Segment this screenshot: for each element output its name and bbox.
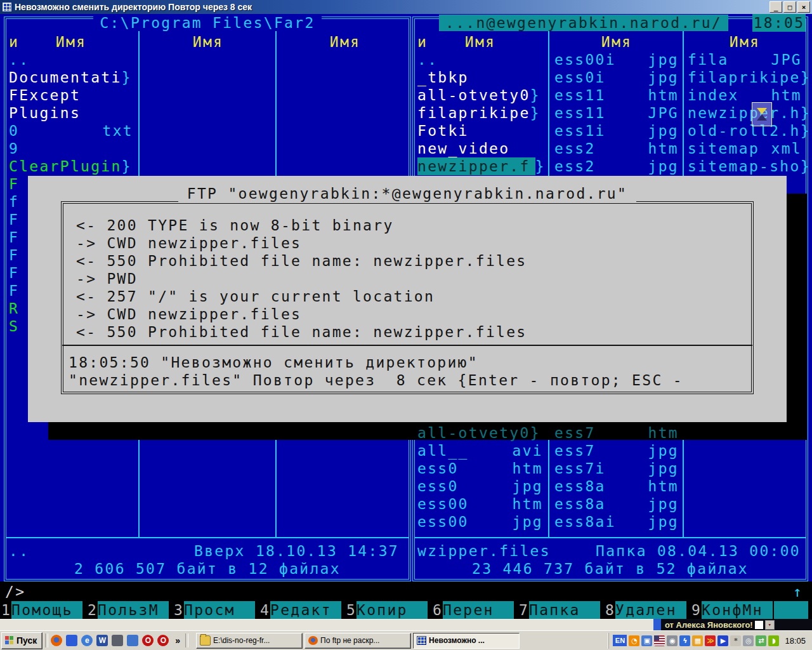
dialog-log-line: -> CWD newzipper.files <box>76 305 301 323</box>
word-icon[interactable]: W <box>96 635 108 646</box>
file-item[interactable]: ess00jpg <box>417 513 543 531</box>
file-item[interactable]: ess8aijpg <box>554 513 679 531</box>
taskbar-separator <box>45 633 48 647</box>
task-button-label: E:\dis-no-reg-fr... <box>213 636 270 645</box>
file-item[interactable]: filaprikipe} <box>417 104 543 122</box>
file-item[interactable]: new_video <box>417 140 543 157</box>
display-tray-icon[interactable]: ▦ <box>692 635 703 646</box>
file-item[interactable]: ess11JPG <box>554 104 679 122</box>
file-item[interactable]: ess0ijpg <box>554 69 679 86</box>
file-item[interactable]: old-roll2.h} <box>688 122 802 140</box>
file-item[interactable]: ess0htm <box>417 460 543 477</box>
right-panel-summary: 23 446 737 байт в 52 файлах <box>412 560 808 578</box>
left-panel-title[interactable]: C:\Program Files\Far2 <box>4 14 411 32</box>
file-item[interactable]: filaJPG <box>688 51 802 69</box>
overflow-chevron[interactable]: » <box>173 635 183 646</box>
far-window-icon <box>3 3 11 11</box>
tray-clock[interactable]: 18:05 <box>781 636 808 646</box>
file-item[interactable]: .. <box>417 51 543 69</box>
download-master-icon[interactable]: ≫ <box>705 635 716 646</box>
command-line[interactable]: /> <box>5 583 25 600</box>
fn-key-7[interactable]: Папка <box>529 601 600 619</box>
file-item[interactable]: ess0jpg <box>417 477 543 495</box>
opera-icon[interactable]: O <box>142 635 154 646</box>
fn-key-2[interactable]: ПользМ <box>98 601 169 619</box>
maximize-button[interactable]: □ <box>783 1 796 13</box>
orange-ring-icon[interactable]: ◔ <box>629 635 639 646</box>
volume-icon[interactable]: ◎ <box>743 635 754 646</box>
file-item[interactable]: newzipper.f} <box>417 157 543 175</box>
lightning-icon[interactable]: ϟ <box>679 635 690 646</box>
ie-icon[interactable]: e <box>81 635 93 646</box>
file-item[interactable]: 9 <box>9 140 133 157</box>
column-header: Имя <box>146 33 270 51</box>
file-item[interactable]: sitemapxml <box>688 140 802 157</box>
file-item[interactable]: ess1ijpg <box>554 122 679 140</box>
start-button[interactable]: Пуск <box>1 632 43 649</box>
ticker-minimize-button[interactable] <box>755 621 763 629</box>
nvidia-icon[interactable]: ◗ <box>768 635 779 646</box>
network-icon[interactable]: ▣ <box>641 635 652 646</box>
fn-key-8[interactable]: Удален <box>615 601 686 619</box>
webcam-icon[interactable] <box>112 635 123 646</box>
fn-key-4[interactable]: Редакт <box>270 601 341 619</box>
usb-icon[interactable]: ⇄ <box>756 635 766 646</box>
file-item[interactable]: FExcept <box>9 86 133 104</box>
file-item[interactable]: ess11htm <box>554 86 679 104</box>
file-item[interactable]: ess2jpg <box>554 157 679 175</box>
fn-key-5[interactable]: Копир <box>357 601 428 619</box>
file-item[interactable]: ess7htm <box>554 424 679 442</box>
media-app-icon[interactable] <box>66 635 77 646</box>
file-item[interactable]: ClearPlugin} <box>9 157 133 175</box>
file-item[interactable]: _tbkp <box>417 69 543 86</box>
close-button[interactable]: × <box>797 1 810 13</box>
news-ticker[interactable]: от Алекса Яновского! ▾ <box>653 619 812 630</box>
minimize-button[interactable]: _ <box>769 1 782 13</box>
quick-launch: eWOO» <box>51 635 183 646</box>
webcam-tray-icon[interactable]: ◉ <box>667 635 678 646</box>
language-indicator[interactable]: EN <box>613 635 627 646</box>
file-item[interactable]: filaprikipe} <box>688 69 802 86</box>
task-button[interactable]: E:\dis-no-reg-fr... <box>196 633 303 649</box>
file-item[interactable]: all-otvety0} <box>417 86 543 104</box>
file-item[interactable]: ess2htm <box>554 140 679 157</box>
file-item[interactable]: ess8ajpg <box>554 495 679 513</box>
firefox-icon[interactable] <box>51 635 62 646</box>
file-item[interactable]: ess8ahtm <box>554 477 679 495</box>
right-panel-title[interactable]: ...n@ewgenyrabkin.narod.ru/ <box>412 14 755 32</box>
file-item[interactable]: 0txt <box>9 122 133 140</box>
file-item[interactable]: Fotki <box>417 122 543 140</box>
file-item[interactable]: all__avi <box>417 442 543 460</box>
file-item[interactable]: ess7ijpg <box>554 460 679 477</box>
file-item[interactable]: .. <box>9 51 133 69</box>
fn-key-number: 6 <box>433 601 443 619</box>
dialog-title: FTP "oewgenyrabkin:*@ewgenyrabkin.narod.… <box>61 185 754 202</box>
file-item[interactable]: indexhtm <box>688 86 802 104</box>
opera-icon-2[interactable]: O <box>157 635 169 646</box>
file-item[interactable]: sitemap-sho} <box>688 157 802 175</box>
file-item[interactable]: Plugins <box>9 104 133 122</box>
file-item[interactable]: all-otvety0} <box>417 424 543 442</box>
fn-key-1[interactable]: Помощь <box>11 601 82 619</box>
right-status-name: wzipper.files <box>417 542 551 560</box>
ticker-close-button[interactable]: ▾ <box>765 620 775 630</box>
task-buttons: E:\dis-no-reg-fr...По ftp не раскр...Нев… <box>196 633 520 649</box>
file-item[interactable]: newzipper.h} <box>688 104 802 122</box>
us-flag-icon[interactable] <box>654 635 665 646</box>
file-item[interactable]: ess00ijpg <box>554 51 679 69</box>
fn-key-6[interactable]: Перен <box>443 601 514 619</box>
task-button-label: По ftp не раскр... <box>320 636 379 645</box>
wand-icon[interactable]: * <box>730 635 741 646</box>
file-item[interactable]: Documentati} <box>9 69 133 86</box>
fn-key-10[interactable] <box>774 601 808 619</box>
mail-app-icon[interactable] <box>127 635 138 646</box>
file-item[interactable]: ess7jpg <box>554 442 679 460</box>
fn-key-number: 3 <box>174 601 184 619</box>
taskbar-separator <box>185 633 188 647</box>
task-button[interactable]: По ftp не раскр... <box>304 633 411 649</box>
fn-key-3[interactable]: Просм <box>184 601 255 619</box>
player-icon[interactable]: ▶ <box>717 635 728 646</box>
task-button[interactable]: Невозможно ... <box>413 633 520 649</box>
file-item[interactable]: ess00htm <box>417 495 543 513</box>
fn-key-9[interactable]: КонфМн <box>702 601 773 619</box>
